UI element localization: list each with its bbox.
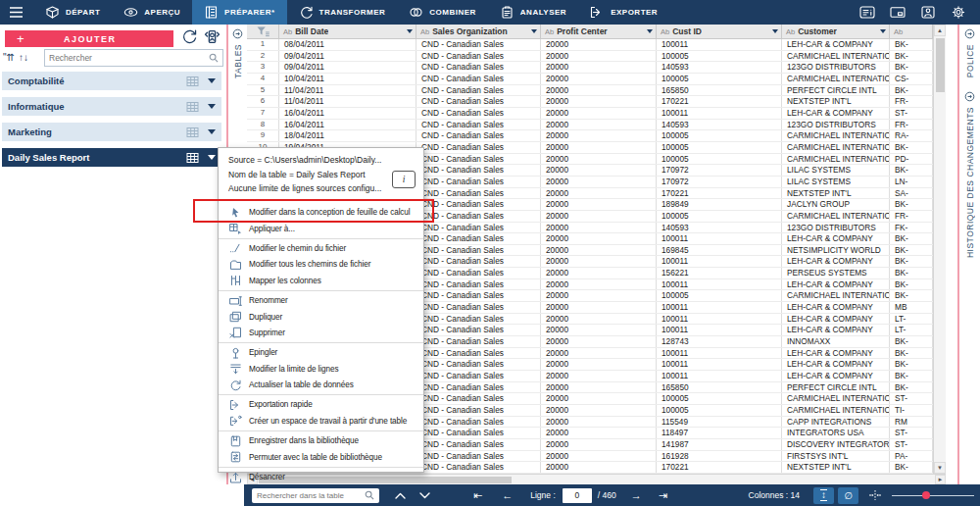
ribbon-tab-transformer[interactable]: TRANSFORMER [287, 0, 398, 25]
cell-cust-id[interactable]: 170972 [657, 177, 782, 187]
cell-extra[interactable]: PD- [890, 154, 933, 165]
cell-cust-id[interactable]: 100011 [657, 39, 782, 50]
cell-sales-organization[interactable]: CND - Canadian Sales [416, 223, 541, 233]
cell-extra[interactable]: LT- [890, 314, 933, 325]
cell-profit-center[interactable]: 20000 [541, 199, 657, 210]
menu-item-supprimer[interactable]: Supprimer [219, 325, 423, 340]
cell-customer[interactable]: LEH-CAR & COMPANY [782, 233, 890, 244]
cell-sales-organization[interactable]: CND - Canadian Sales [416, 51, 541, 62]
table-info-button[interactable]: i [392, 171, 416, 188]
cell-bill-date[interactable]: 16/04/2011 [279, 120, 416, 130]
cell-rownum[interactable]: 3 [247, 62, 279, 73]
cell-extra[interactable]: BK- [890, 245, 933, 256]
settings-gear-icon[interactable] [951, 6, 966, 19]
cell-customer[interactable]: PERSEUS SYSTEMS [782, 268, 890, 278]
cell-sales-organization[interactable]: CND - Canadian Sales [416, 256, 541, 267]
next-row-button[interactable]: → [631, 490, 642, 501]
cell-extra[interactable]: LN- [890, 177, 933, 187]
cell-sales-organization[interactable]: CND - Canadian Sales [416, 462, 541, 473]
sort-order-button[interactable]: ↑↓ [19, 52, 28, 63]
cell-rownum[interactable]: 8 [247, 120, 279, 130]
cell-bill-date[interactable]: 09/04/2011 [279, 51, 416, 62]
menu-item-enregistrer-dans-la-bibliothèque[interactable]: Enregistrer dans la bibliothèque [219, 433, 423, 449]
library-icon[interactable] [920, 6, 936, 19]
cell-extra[interactable]: FK- [890, 223, 933, 233]
cell-profit-center[interactable]: 20000 [541, 417, 657, 428]
cell-customer[interactable]: CARMICHAEL INTERNATIONAL [782, 405, 890, 416]
cell-profit-center[interactable]: 20000 [541, 96, 657, 107]
cell-customer[interactable]: LEH-CAR & COMPANY [782, 348, 890, 359]
cell-rownum[interactable]: 1 [247, 39, 279, 50]
cell-customer[interactable]: CARMICHAEL INTERNATIONAL [782, 393, 890, 404]
cell-customer[interactable]: NEXTSTEP INT'L [782, 462, 890, 473]
cell-profit-center[interactable]: 20000 [541, 439, 657, 450]
cell-extra[interactable]: LT- [890, 325, 933, 335]
hamburger-menu-icon[interactable] [0, 0, 33, 25]
filter-caret-icon[interactable] [647, 29, 653, 33]
vertical-scrollbar[interactable]: ▲ ▼ [933, 25, 946, 474]
cell-extra[interactable]: BK- [890, 348, 933, 359]
cell-cust-id[interactable]: 100011 [657, 256, 782, 267]
cell-customer[interactable]: LEH-CAR & COMPANY [782, 256, 890, 267]
cell-profit-center[interactable]: 20000 [541, 405, 657, 416]
cell-profit-center[interactable]: 20000 [541, 371, 657, 381]
sidebar-item-daily-sales-report[interactable]: Daily Sales Report [2, 148, 221, 167]
cell-customer[interactable]: JACLYN GROUP [782, 199, 890, 210]
fit-row-height-button[interactable]: ↕ [813, 487, 834, 504]
tables-panel-tab[interactable]: TABLES [232, 28, 243, 78]
ribbon-tab-combiner[interactable]: COMBINER [397, 0, 488, 25]
cell-extra[interactable]: ST- [890, 108, 933, 119]
column-header-customer[interactable]: AbCustomer [782, 25, 890, 38]
cell-sales-organization[interactable]: CND - Canadian Sales [416, 130, 541, 141]
cell-customer[interactable]: LEH-CAR & COMPANY [782, 325, 890, 335]
cell-extra[interactable]: BK- [890, 371, 933, 381]
menu-item-appliquer-à-[interactable]: Appliquer à... [219, 221, 423, 236]
pin-sort-button[interactable]: "⇈ [3, 52, 15, 63]
cell-sales-organization[interactable]: CND - Canadian Sales [416, 120, 541, 130]
cell-cust-id[interactable]: 115549 [657, 417, 782, 428]
cell-cust-id[interactable]: 100011 [657, 314, 782, 325]
cell-cust-id[interactable]: 100005 [657, 393, 782, 404]
filter-caret-icon[interactable] [531, 29, 537, 33]
cell-rownum[interactable]: 2 [247, 51, 279, 62]
filter-caret-icon[interactable] [880, 29, 886, 33]
cell-profit-center[interactable]: 20000 [541, 256, 657, 267]
cell-cust-id[interactable]: 100011 [657, 325, 782, 335]
cell-extra[interactable]: BK- [890, 382, 933, 393]
filter-caret-icon[interactable] [407, 29, 413, 33]
cell-customer[interactable]: NEXTSTEP INT'L [782, 188, 890, 199]
window-icon[interactable] [890, 6, 906, 19]
column-header-rownum[interactable] [247, 25, 279, 38]
cell-bill-date[interactable]: 10/04/2011 [279, 74, 416, 84]
cell-profit-center[interactable]: 20000 [541, 211, 657, 222]
cell-customer[interactable]: LEH-CAR & COMPANY [782, 371, 890, 381]
cell-sales-organization[interactable]: CND - Canadian Sales [416, 142, 541, 153]
zoom-slider[interactable] [892, 490, 974, 500]
cell-customer[interactable]: CARMICHAEL INTERNATIONAL [782, 154, 890, 165]
cell-cust-id[interactable]: 100011 [657, 371, 782, 381]
cell-customer[interactable]: NEXTSTEP INT'L [782, 96, 890, 107]
cell-cust-id[interactable]: 189849 [657, 199, 782, 210]
cell-profit-center[interactable]: 20000 [541, 325, 657, 335]
cell-sales-organization[interactable]: CND - Canadian Sales [416, 439, 541, 450]
scroll-down-button[interactable]: ▼ [934, 462, 946, 474]
cell-cust-id[interactable]: 118497 [657, 428, 782, 438]
ribbon-tab-départ[interactable]: DÉPART [33, 0, 112, 25]
cell-extra[interactable]: PA- [890, 451, 933, 462]
last-row-button[interactable]: ⇥ [659, 490, 667, 501]
cell-cust-id[interactable]: 100011 [657, 279, 782, 290]
cell-cust-id[interactable]: 100011 [657, 108, 782, 119]
cell-extra[interactable]: BK- [890, 142, 933, 153]
cell-cust-id[interactable]: 140593 [657, 120, 782, 130]
cell-extra[interactable]: BK- [890, 199, 933, 210]
cell-cust-id[interactable]: 100005 [657, 211, 782, 222]
cell-profit-center[interactable]: 20000 [541, 74, 657, 84]
cell-extra[interactable]: BK- [890, 462, 933, 473]
cell-extra[interactable]: BK- [890, 62, 933, 73]
slider-thumb[interactable] [922, 491, 930, 499]
cell-customer[interactable]: LEH-CAR & COMPANY [782, 359, 890, 370]
menu-item-permuter-avec-la-table-de-bibliothèque[interactable]: Permuter avec la table de bibliothèque [219, 449, 423, 465]
cell-profit-center[interactable]: 20000 [541, 302, 657, 313]
cell-customer[interactable]: CARMICHAEL INTERNATIONAL [782, 290, 890, 301]
cell-extra[interactable]: BK- [890, 256, 933, 267]
